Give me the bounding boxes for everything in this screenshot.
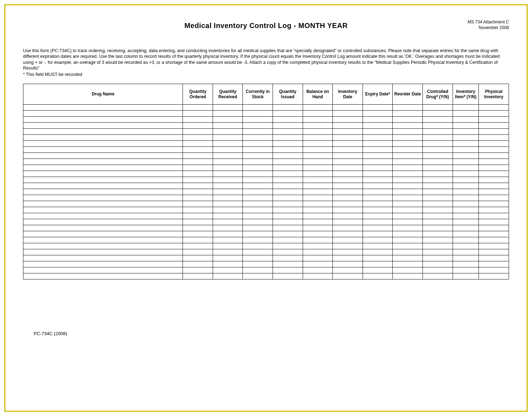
table-cell[interactable]: [213, 129, 243, 135]
table-cell[interactable]: [303, 237, 333, 243]
table-cell[interactable]: [273, 207, 303, 213]
table-cell[interactable]: [273, 159, 303, 165]
table-cell[interactable]: [393, 189, 423, 195]
table-cell[interactable]: [393, 153, 423, 159]
table-cell[interactable]: [23, 255, 183, 261]
table-cell[interactable]: [213, 255, 243, 261]
table-cell[interactable]: [213, 231, 243, 237]
table-cell[interactable]: [333, 195, 363, 201]
table-cell[interactable]: [333, 165, 363, 171]
table-cell[interactable]: [213, 201, 243, 207]
table-cell[interactable]: [453, 153, 479, 159]
table-cell[interactable]: [303, 171, 333, 177]
table-cell[interactable]: [273, 255, 303, 261]
table-cell[interactable]: [363, 195, 393, 201]
table-cell[interactable]: [393, 165, 423, 171]
table-cell[interactable]: [393, 213, 423, 219]
table-cell[interactable]: [213, 273, 243, 279]
table-cell[interactable]: [183, 231, 213, 237]
table-cell[interactable]: [303, 231, 333, 237]
table-cell[interactable]: [363, 171, 393, 177]
table-cell[interactable]: [273, 195, 303, 201]
table-cell[interactable]: [363, 117, 393, 123]
table-cell[interactable]: [183, 237, 213, 243]
table-cell[interactable]: [243, 219, 273, 225]
table-cell[interactable]: [213, 147, 243, 153]
table-cell[interactable]: [303, 183, 333, 189]
table-cell[interactable]: [333, 225, 363, 231]
table-cell[interactable]: [363, 255, 393, 261]
table-cell[interactable]: [213, 159, 243, 165]
table-cell[interactable]: [363, 177, 393, 183]
table-cell[interactable]: [453, 111, 479, 117]
table-cell[interactable]: [479, 177, 509, 183]
table-cell[interactable]: [183, 201, 213, 207]
table-cell[interactable]: [363, 105, 393, 111]
table-cell[interactable]: [243, 207, 273, 213]
table-cell[interactable]: [183, 111, 213, 117]
table-cell[interactable]: [273, 123, 303, 129]
table-cell[interactable]: [333, 105, 363, 111]
table-cell[interactable]: [479, 201, 509, 207]
table-cell[interactable]: [183, 177, 213, 183]
table-cell[interactable]: [479, 123, 509, 129]
table-cell[interactable]: [479, 213, 509, 219]
table-cell[interactable]: [303, 267, 333, 273]
table-cell[interactable]: [333, 159, 363, 165]
table-cell[interactable]: [213, 207, 243, 213]
table-cell[interactable]: [363, 189, 393, 195]
table-cell[interactable]: [273, 249, 303, 255]
table-cell[interactable]: [23, 225, 183, 231]
table-cell[interactable]: [23, 237, 183, 243]
table-cell[interactable]: [479, 189, 509, 195]
table-cell[interactable]: [363, 213, 393, 219]
table-cell[interactable]: [303, 201, 333, 207]
table-cell[interactable]: [453, 237, 479, 243]
table-cell[interactable]: [243, 201, 273, 207]
table-cell[interactable]: [333, 147, 363, 153]
table-cell[interactable]: [183, 135, 213, 141]
table-cell[interactable]: [393, 129, 423, 135]
table-cell[interactable]: [363, 261, 393, 267]
table-cell[interactable]: [243, 195, 273, 201]
table-cell[interactable]: [213, 171, 243, 177]
table-cell[interactable]: [393, 237, 423, 243]
table-cell[interactable]: [303, 111, 333, 117]
table-cell[interactable]: [23, 147, 183, 153]
table-cell[interactable]: [453, 255, 479, 261]
table-cell[interactable]: [453, 165, 479, 171]
table-cell[interactable]: [273, 165, 303, 171]
table-cell[interactable]: [303, 177, 333, 183]
table-cell[interactable]: [23, 129, 183, 135]
table-cell[interactable]: [23, 105, 183, 111]
table-cell[interactable]: [273, 183, 303, 189]
table-cell[interactable]: [303, 207, 333, 213]
table-cell[interactable]: [23, 195, 183, 201]
table-cell[interactable]: [453, 195, 479, 201]
table-cell[interactable]: [243, 213, 273, 219]
table-cell[interactable]: [422, 135, 453, 141]
table-cell[interactable]: [303, 243, 333, 249]
table-cell[interactable]: [422, 231, 453, 237]
table-cell[interactable]: [479, 261, 509, 267]
table-cell[interactable]: [363, 273, 393, 279]
table-cell[interactable]: [333, 129, 363, 135]
table-cell[interactable]: [363, 147, 393, 153]
table-cell[interactable]: [363, 231, 393, 237]
table-cell[interactable]: [273, 261, 303, 267]
table-cell[interactable]: [303, 219, 333, 225]
table-cell[interactable]: [333, 255, 363, 261]
table-cell[interactable]: [183, 267, 213, 273]
table-cell[interactable]: [183, 273, 213, 279]
table-cell[interactable]: [303, 195, 333, 201]
table-cell[interactable]: [453, 207, 479, 213]
table-cell[interactable]: [422, 213, 453, 219]
table-cell[interactable]: [243, 225, 273, 231]
table-cell[interactable]: [213, 195, 243, 201]
table-cell[interactable]: [273, 225, 303, 231]
table-cell[interactable]: [422, 153, 453, 159]
table-cell[interactable]: [363, 243, 393, 249]
table-cell[interactable]: [453, 189, 479, 195]
table-cell[interactable]: [273, 273, 303, 279]
table-cell[interactable]: [23, 165, 183, 171]
